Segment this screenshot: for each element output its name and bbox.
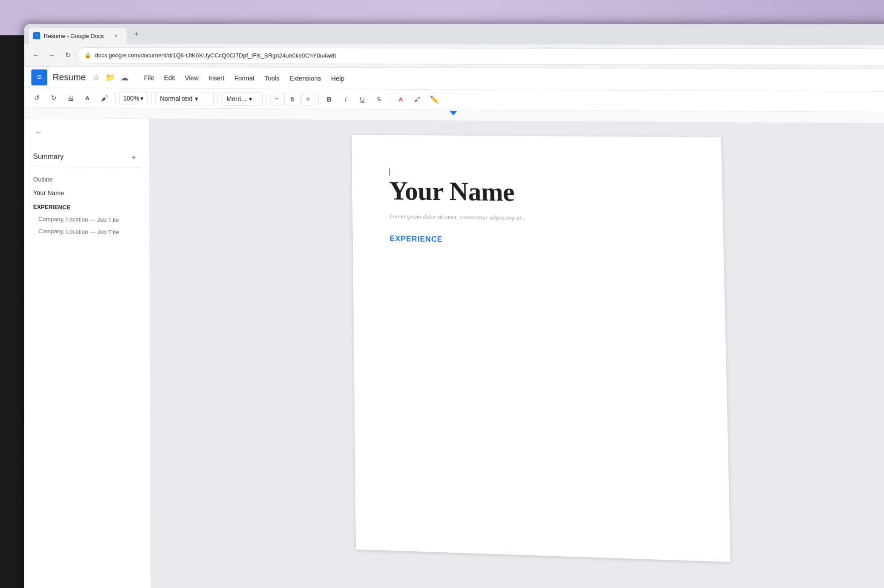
browser-window: Resume - Google Docs × + ← → ↻ 🔒 docs.go… [24,24,884,588]
print-button[interactable]: 🖨 [63,91,77,105]
menu-view[interactable]: View [180,72,203,84]
highlight-button[interactable]: 🖍 [411,93,425,106]
underline-button[interactable]: U [355,92,370,106]
text-color-button[interactable]: A [394,92,408,106]
tab-bar: Resume - Google Docs × + [24,24,884,45]
menu-insert[interactable]: Insert [204,72,229,84]
sidebar-summary-title: Summary [33,152,64,161]
menu-items-container: File Edit View Insert Format Tools Exten… [140,72,349,84]
font-size-input[interactable] [284,92,301,105]
toolbar-separator-2 [151,93,152,103]
menu-format[interactable]: Format [230,72,259,84]
document-experience-heading: EXPERIENCE [390,235,685,247]
refresh-button[interactable]: ↻ [61,49,74,61]
font-size-decrease-button[interactable]: − [270,92,283,105]
zoom-arrow-icon: ▾ [140,95,143,102]
url-text: docs.google.com/document/d/1Q6-tJtK6KUyC… [95,52,884,60]
redo-button[interactable]: ↻ [46,91,61,105]
menu-tools[interactable]: Tools [260,72,284,84]
link-button[interactable]: ✏️ [427,93,442,106]
toolbar-separator-4 [266,93,267,104]
outline-item-experience[interactable]: EXPERIENCE [31,201,142,214]
text-style-dropdown[interactable]: Normal text ▾ [155,91,214,105]
font-family-value: Merri... [226,95,246,102]
document-page: Your Name Lorem ipsum dolor sit amet, co… [351,135,730,562]
document-title[interactable]: Resume [53,72,86,82]
sidebar-summary-section: Summary + [31,147,142,168]
undo-button[interactable]: ↺ [30,91,44,105]
toolbar-separator-5 [318,94,318,105]
tab-close-button[interactable]: × [111,31,120,40]
star-icon[interactable]: ☆ [91,71,102,84]
zoom-control[interactable]: 100% ▾ [119,91,148,105]
document-lorem-text: Lorem ipsum dolor sit amet, consectetur … [389,212,684,224]
menu-help[interactable]: Help [327,72,349,84]
text-style-value: Normal text [160,95,192,102]
address-bar-row: ← → ↻ 🔒 docs.google.com/document/d/1Q6-t… [24,44,884,69]
address-bar[interactable]: 🔒 docs.google.com/document/d/1Q6-tJtK6KU… [77,47,884,65]
strikethrough-button[interactable]: S̶ [372,92,386,106]
tab-favicon-icon [33,32,40,39]
zoom-value: 100% [123,95,139,102]
toolbar-separator-3 [217,93,218,104]
menu-edit[interactable]: Edit [160,72,179,83]
font-family-arrow-icon: ▾ [249,95,252,102]
sidebar-summary-header: Summary + [31,147,142,168]
sidebar-add-button[interactable]: + [127,151,140,164]
font-size-increase-button[interactable]: + [301,93,314,106]
lock-icon: 🔒 [84,52,91,58]
forward-button[interactable]: → [46,49,58,61]
bold-button[interactable]: B [322,92,336,106]
outline-item-company-1[interactable]: Company, Location — Job Title [31,213,142,227]
text-style-arrow-icon: ▾ [195,95,198,102]
toolbar-separator-1 [115,93,115,103]
menu-bar: ≡ Resume ☆ 📁 ☁ File Edit View Insert For… [24,67,884,92]
font-size-control: − + [270,92,314,105]
sidebar: ← Summary + Outline Your Name EXPERIENCE… [24,118,151,588]
text-cursor [389,168,389,176]
menu-file[interactable]: File [140,72,159,83]
document-area[interactable]: Your Name Lorem ipsum dolor sit amet, co… [149,119,884,588]
google-docs-icon: ≡ [31,69,47,85]
document-name-heading[interactable]: Your Name [389,176,684,209]
tab-title: Resume - Google Docs [44,33,108,39]
toolbar-separator-6 [389,94,390,105]
cloud-icon[interactable]: ☁ [119,71,130,84]
outline-label: Outline [31,172,142,188]
folder-icon[interactable]: 📁 [104,71,117,84]
docs-logo-symbol: ≡ [37,72,42,82]
font-family-dropdown[interactable]: Merri... ▾ [221,92,263,106]
ruler-marker [450,111,457,115]
back-button[interactable]: ← [30,49,42,61]
paint-format-button[interactable]: 🖌 [97,91,111,105]
new-tab-button[interactable]: + [130,27,144,41]
spell-check-button[interactable]: A [80,91,95,105]
content-area: ← Summary + Outline Your Name EXPERIENCE… [24,118,884,588]
outline-item-company-2[interactable]: Company, Location — Job Title [31,225,142,239]
sidebar-back-button[interactable]: ← [31,125,46,140]
italic-button[interactable]: I [339,92,353,106]
menu-extensions[interactable]: Extensions [285,72,326,84]
outline-item-your-name[interactable]: Your Name [31,186,142,200]
browser-tab-active[interactable]: Resume - Google Docs × [29,28,127,44]
